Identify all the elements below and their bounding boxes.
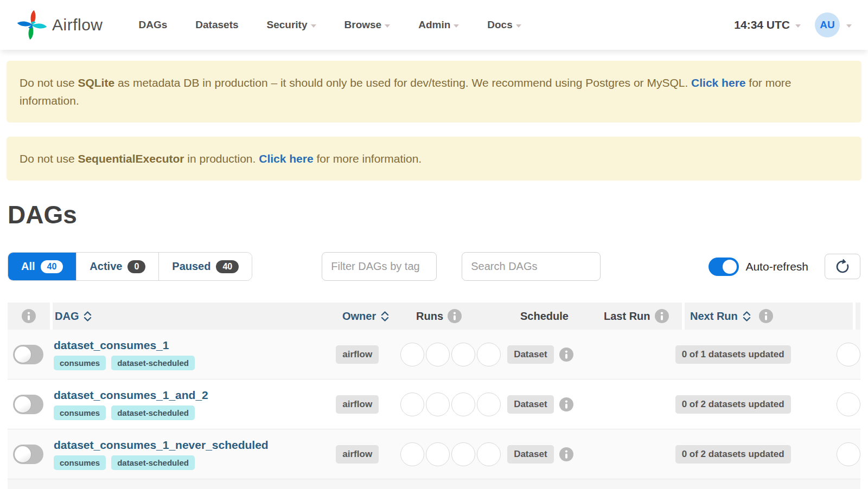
run-status-circle[interactable] (451, 393, 475, 416)
dag-link[interactable]: dataset_consumes_1_never_scheduled (54, 439, 269, 452)
next-run-badge[interactable]: 0 of 2 datasets updated (675, 395, 791, 414)
header-next-run-label: Next Run (690, 310, 738, 323)
schedule-badge[interactable]: Dataset (507, 345, 553, 364)
run-status-circle[interactable] (451, 442, 475, 466)
dag-tags: consumes dataset-scheduled (54, 406, 195, 420)
tag-pill[interactable]: consumes (54, 455, 106, 470)
refresh-button[interactable] (825, 254, 860, 279)
tag-pill[interactable]: dataset-scheduled (111, 406, 195, 420)
runs-cell (399, 442, 505, 466)
schedule-cell: Dataset (505, 395, 585, 414)
tag-filter-input[interactable] (322, 252, 437, 281)
info-icon[interactable] (655, 309, 669, 323)
click-here-link[interactable]: Click here (691, 76, 745, 89)
runs-cell (399, 343, 505, 366)
nav-dags[interactable]: DAGs (139, 19, 168, 31)
user-menu[interactable]: AU (815, 12, 852, 37)
toggle-knob (15, 346, 31, 363)
info-icon[interactable] (559, 397, 573, 411)
alert-text: as metadata DB in production – it should… (114, 76, 691, 89)
toggle-knob (15, 446, 31, 462)
nav-browse[interactable]: Browse (344, 19, 391, 31)
run-status-circle[interactable] (837, 343, 860, 366)
nav-security-label: Security (267, 19, 308, 31)
run-status-circle[interactable] (477, 343, 501, 366)
tag-pill[interactable]: dataset-scheduled (111, 455, 195, 470)
next-run-badge[interactable]: 0 of 1 datasets updated (675, 345, 791, 364)
header-owner-label: Owner (342, 310, 376, 323)
dag-link[interactable]: dataset_consumes_1 (54, 339, 169, 352)
header-owner[interactable]: Owner (342, 303, 410, 330)
run-status-circle[interactable] (426, 393, 450, 416)
nav-security[interactable]: Security (267, 19, 316, 31)
tab-active[interactable]: Active 0 (76, 253, 158, 280)
run-status-circle[interactable] (837, 442, 860, 466)
run-status-circle[interactable] (400, 343, 424, 366)
table-row: dataset_consumes_1_never_scheduled consu… (8, 429, 860, 479)
next-run-badge[interactable]: 0 of 2 datasets updated (675, 445, 791, 464)
run-status-circle[interactable] (837, 393, 860, 416)
main-nav: DAGs Datasets Security Browse Admin Docs (139, 19, 521, 31)
owner-badge[interactable]: airflow (336, 345, 379, 364)
run-status-circle[interactable] (400, 393, 424, 416)
recent-tasks-stub (834, 393, 860, 416)
dag-filter-controls: All 40 Active 0 Paused 40 Auto-refresh (8, 252, 860, 281)
schedule-badge[interactable]: Dataset (507, 445, 553, 464)
schedule-cell: Dataset (505, 345, 585, 364)
chevron-down-icon (454, 24, 459, 28)
header-dag[interactable]: DAG (53, 303, 342, 330)
nav-docs[interactable]: Docs (487, 19, 521, 31)
nav-datasets-label: Datasets (195, 19, 238, 31)
owner-cell: airflow (334, 445, 399, 464)
toggle-knob (15, 396, 31, 413)
tab-all[interactable]: All 40 (8, 253, 76, 280)
tag-pill[interactable]: consumes (54, 406, 106, 420)
sort-icon (742, 311, 751, 321)
tag-pill[interactable]: consumes (54, 356, 106, 370)
header-next-run[interactable]: Next Run (685, 303, 853, 330)
nav-datasets[interactable]: Datasets (195, 19, 238, 31)
header-last-run-label: Last Run (604, 310, 650, 323)
alert-text: for more information. (314, 152, 422, 165)
owner-badge[interactable]: airflow (336, 445, 379, 464)
info-icon[interactable] (559, 447, 573, 461)
pause-toggle-cell (8, 345, 49, 364)
alert-text: Do not use (20, 152, 78, 165)
top-navbar: Airflow DAGs Datasets Security Browse Ad… (0, 0, 868, 50)
chevron-down-icon (311, 24, 316, 28)
owner-badge[interactable]: airflow (336, 395, 379, 414)
auto-refresh-toggle[interactable] (709, 258, 739, 276)
run-status-circle[interactable] (477, 393, 501, 416)
dags-table: DAG Owner Runs Schedule Last Run Next Ru… (8, 303, 860, 489)
nav-admin[interactable]: Admin (418, 19, 459, 31)
run-status-circle[interactable] (400, 442, 424, 466)
dag-pause-toggle[interactable] (13, 395, 43, 414)
dag-pause-toggle[interactable] (13, 345, 43, 364)
run-status-circle[interactable] (426, 343, 450, 366)
sequential-executor-warning-banner: Do not use SequentialExecutor in product… (7, 137, 861, 181)
dag-tags: consumes dataset-scheduled (54, 455, 195, 470)
run-status-circle[interactable] (477, 442, 501, 466)
schedule-badge[interactable]: Dataset (507, 395, 553, 414)
tag-pill[interactable]: dataset-scheduled (111, 356, 195, 370)
airflow-brand[interactable]: Airflow (16, 9, 103, 41)
avatar[interactable]: AU (815, 12, 840, 37)
status-filter-tabs: All 40 Active 0 Paused 40 (8, 252, 252, 281)
info-icon[interactable] (559, 348, 573, 362)
info-icon[interactable] (759, 309, 773, 323)
table-header-row: DAG Owner Runs Schedule Last Run Next Ru… (8, 303, 860, 330)
dag-pause-toggle[interactable] (13, 445, 43, 464)
click-here-link[interactable]: Click here (259, 152, 313, 165)
owner-cell: airflow (334, 395, 399, 414)
pause-toggle-cell (8, 445, 49, 464)
utc-clock-dropdown[interactable]: 14:34 UTC (734, 18, 801, 31)
search-input[interactable] (462, 252, 601, 281)
refresh-icon (835, 259, 850, 274)
info-icon[interactable] (22, 309, 36, 323)
run-status-circle[interactable] (426, 442, 450, 466)
run-status-circle[interactable] (451, 343, 475, 366)
info-icon[interactable] (448, 309, 462, 323)
recent-tasks-stub (834, 343, 860, 366)
dag-link[interactable]: dataset_consumes_1_and_2 (54, 389, 208, 402)
tab-paused[interactable]: Paused 40 (158, 253, 252, 280)
